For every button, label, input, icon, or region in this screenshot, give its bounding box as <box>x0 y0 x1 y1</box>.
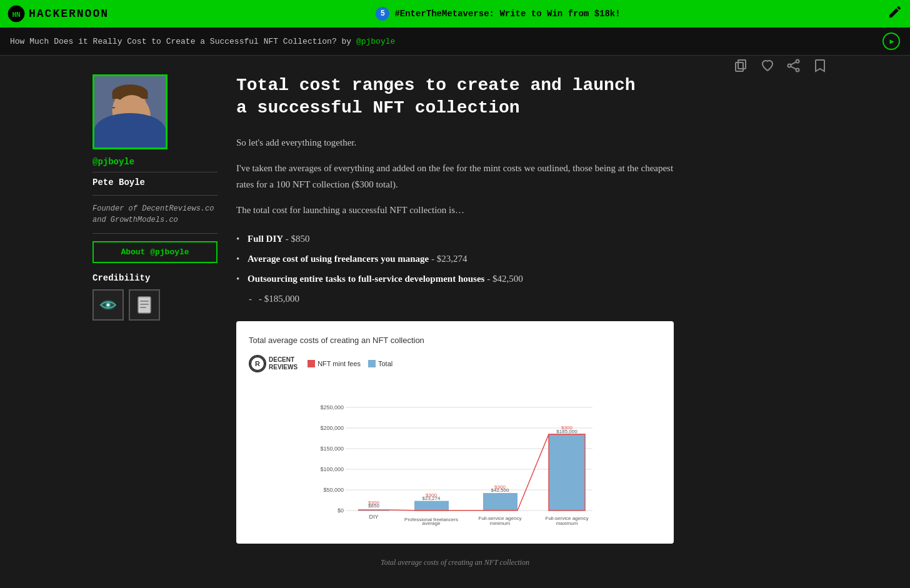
svg-point-8 <box>118 106 126 112</box>
svg-text:DIY: DIY <box>369 514 378 520</box>
chart-mint-line <box>358 434 549 511</box>
svg-rect-26 <box>738 60 746 69</box>
svg-text:$23,274: $23,274 <box>422 496 441 501</box>
bullet-3: Outsourcing entire tasks to full-service… <box>236 269 674 289</box>
svg-text:$42,500: $42,500 <box>491 487 509 493</box>
svg-line-31 <box>791 66 796 69</box>
bullet-1: Full DIY - $850 <box>236 229 674 249</box>
sidebar: @pjboyle Pete Boyle Founder of DecentRev… <box>92 74 218 579</box>
nav-center: 5 #EnterTheMetaverse: Write to Win from … <box>376 7 620 21</box>
bullet3-range1: - $42,500 <box>487 274 523 284</box>
svg-line-30 <box>791 62 796 64</box>
chart-container: Total average costs of creating an NFT c… <box>236 321 674 544</box>
legend-total-label: Total <box>378 358 392 370</box>
nav-right-icon[interactable] <box>888 4 902 23</box>
svg-text:$150,000: $150,000 <box>320 446 344 452</box>
bar-chart-svg: $0 $50,000 $100,000 $150,000 $200,000 $2… <box>249 382 661 526</box>
svg-rect-13 <box>132 106 142 113</box>
credibility-icons <box>92 289 218 321</box>
svg-text:$100,000: $100,000 <box>320 466 344 472</box>
svg-text:$200,000: $200,000 <box>320 425 344 431</box>
top-bar: HN HACKERNOON 5 #EnterTheMetaverse: Writ… <box>0 0 910 27</box>
bullet2-label: Average cost of using freelancers you ma… <box>248 254 429 264</box>
para3: The total cost for launching a successfu… <box>236 202 674 219</box>
credibility-label: Credibility <box>92 273 218 283</box>
svg-text:minimum: minimum <box>490 521 511 526</box>
chart-header: R DECENT REVIEWS NFT mint fees <box>249 355 661 372</box>
chart-bar-agency-min-total <box>483 493 518 511</box>
promo-badge: 5 <box>376 7 389 21</box>
svg-rect-12 <box>116 106 127 113</box>
author-bio: Founder of DecentReviews.co and GrowthMo… <box>92 203 218 234</box>
svg-rect-24 <box>140 307 146 308</box>
bullet3-range2: - $185,000 <box>259 294 299 304</box>
svg-point-3 <box>106 121 154 147</box>
eye-icon <box>99 299 117 311</box>
para2: I've taken the averages of everything an… <box>236 161 674 192</box>
svg-point-20 <box>107 304 109 306</box>
chart-logo-text: DECENT REVIEWS <box>269 356 298 371</box>
author-handle[interactable]: @pjboyle <box>92 157 218 172</box>
svg-text:$185,000: $185,000 <box>556 429 578 434</box>
svg-text:$850: $850 <box>368 503 379 509</box>
avatar-image <box>94 76 166 147</box>
chart-title: Total average costs of creating an NFT c… <box>249 334 661 347</box>
article-bar: How Much Does it Really Cost to Create a… <box>0 27 910 56</box>
bullet1-value: - $850 <box>286 234 310 244</box>
avatar-svg <box>94 76 166 147</box>
svg-text:maximum: maximum <box>556 521 578 526</box>
hackernoon-logo-icon: HN <box>8 5 25 22</box>
chart-legend: NFT mint fees Total <box>308 358 392 370</box>
author-avatar <box>92 74 168 149</box>
chart-logo: R DECENT REVIEWS <box>249 355 298 372</box>
svg-point-17 <box>117 117 143 127</box>
svg-point-11 <box>136 107 140 111</box>
legend-total-dot <box>368 360 376 367</box>
cost-list: Full DIY - $850 Average cost of using fr… <box>236 229 674 309</box>
legend-mint-dot <box>308 360 315 367</box>
action-icons <box>731 56 830 76</box>
about-author-button[interactable]: About @pjboyle <box>92 241 218 263</box>
bullet-2: Average cost of using freelancers you ma… <box>236 249 674 269</box>
svg-point-27 <box>796 60 799 63</box>
article-title: Total cost ranges to create and launch a… <box>236 74 674 120</box>
svg-rect-4 <box>124 119 136 131</box>
bookmark-icon[interactable] <box>810 56 830 76</box>
chart-svg-wrapper: $0 $50,000 $100,000 $150,000 $200,000 $2… <box>249 382 661 532</box>
pen-icon <box>888 4 902 19</box>
svg-text:average: average <box>422 521 441 526</box>
copy-icon[interactable] <box>731 56 751 76</box>
credibility-icon-document[interactable] <box>129 289 160 321</box>
article-bar-title: How Much Does it Really Cost to Create a… <box>10 37 395 46</box>
bullet-3-sub: - $185,000 <box>236 289 674 309</box>
article-content: Total cost ranges to create and launch a… <box>236 74 674 579</box>
article-bar-author-link[interactable]: @pjboyle <box>356 37 395 46</box>
svg-rect-22 <box>140 301 149 302</box>
logo-text: HACKERNOON <box>29 7 109 20</box>
play-button[interactable] <box>882 32 900 50</box>
svg-point-29 <box>796 69 799 72</box>
chart-bar-freelance-total <box>414 501 449 510</box>
svg-rect-23 <box>140 304 149 305</box>
main-layout: @pjboyle Pete Boyle Founder of DecentRev… <box>80 56 830 588</box>
svg-text:$50,000: $50,000 <box>323 487 344 493</box>
article-body: So let's add everything together. I've t… <box>236 135 674 569</box>
share-icon[interactable] <box>784 56 804 76</box>
chart-bar-agency-max-total <box>549 434 585 511</box>
svg-point-9 <box>134 106 142 112</box>
svg-text:$250,000: $250,000 <box>320 404 344 411</box>
svg-text:$0: $0 <box>338 507 344 514</box>
svg-text:HN: HN <box>12 11 20 19</box>
heart-icon[interactable] <box>758 56 778 76</box>
svg-point-10 <box>121 107 124 111</box>
bullet3-label: Outsourcing entire tasks to full-service… <box>248 274 484 284</box>
para1: So let's add everything together. <box>236 135 674 151</box>
legend-mint-label: NFT mint fees <box>318 358 361 370</box>
document-icon <box>137 296 152 314</box>
logo-area[interactable]: HN HACKERNOON <box>8 5 109 22</box>
bullet2-value: - $23,274 <box>431 254 468 264</box>
svg-rect-7 <box>112 93 148 99</box>
promo-text[interactable]: #EnterTheMetaverse: Write to Win from $1… <box>394 9 620 19</box>
credibility-icon-eye[interactable] <box>92 289 124 321</box>
chart-caption: Total average costs of creating an NFT c… <box>236 556 674 569</box>
